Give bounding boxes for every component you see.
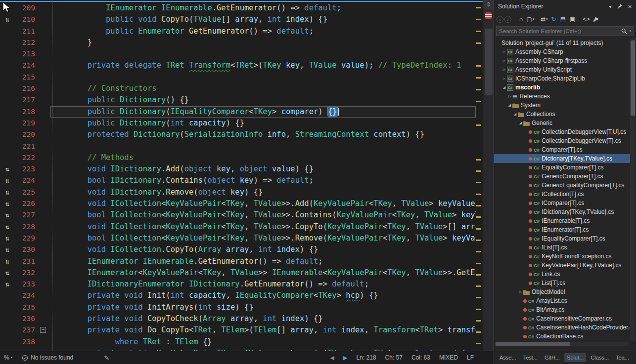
fold-margin[interactable] (38, 72, 50, 83)
implements-glyph-margin[interactable]: ⇅ (0, 187, 15, 198)
char-indicator[interactable]: Ch: 57 (385, 354, 403, 361)
chevron-down-icon[interactable]: ▾ (629, 29, 631, 33)
implements-glyph-margin[interactable] (0, 48, 15, 60)
implements-glyph-margin[interactable] (0, 94, 15, 106)
fold-margin[interactable] (38, 94, 50, 106)
line-number[interactable]: 210 (15, 14, 38, 25)
expander-open-icon[interactable]: ◢ (512, 112, 518, 116)
tree-item[interactable]: ▷ObjectModel (494, 287, 631, 296)
line-number[interactable]: 226 (15, 198, 38, 209)
implements-glyph-margin[interactable]: ⇅ (0, 163, 15, 175)
tree-item[interactable]: ◢Generic (494, 119, 631, 127)
implements-glyph-margin[interactable] (0, 60, 15, 71)
tree-item[interactable]: Solution 'project-gui' (11 of 11 project… (494, 39, 631, 47)
code-text[interactable]: void IDictionary.Add(object key, object … (50, 163, 476, 175)
tool-window-tab[interactable]: GitH... (542, 353, 562, 362)
tree-item[interactable]: ◢Collections (494, 110, 631, 119)
filter-button[interactable]: ⇄▾ (540, 15, 548, 24)
editor-scrollbar-thumb[interactable] (485, 29, 493, 95)
fold-margin[interactable] (38, 198, 50, 209)
line-number[interactable]: 236 (15, 313, 38, 324)
expander-closed-icon[interactable]: ▷ (501, 59, 507, 63)
code-text[interactable]: // Methods (50, 152, 476, 163)
line-number[interactable]: 235 (15, 302, 38, 313)
tree-item[interactable]: C#IEqualityComparer[T].cs (494, 234, 631, 243)
implements-glyph-margin[interactable] (0, 141, 15, 152)
line-number[interactable]: 238 (15, 336, 38, 348)
tree-item[interactable]: C#IList[T].cs (494, 243, 631, 252)
implements-glyph-margin[interactable] (0, 129, 15, 140)
fold-margin[interactable] (38, 60, 50, 71)
tree-item[interactable]: ◢System (494, 101, 631, 110)
implements-glyph-margin[interactable] (0, 106, 15, 118)
tree-item-selected[interactable]: C#Dictionary[TKey,TValue].cs (494, 154, 631, 163)
fold-margin[interactable] (38, 26, 50, 37)
implements-glyph-margin[interactable]: ⇅ (0, 221, 15, 233)
line-number[interactable]: 234 (15, 290, 38, 301)
split-editor-grip[interactable]: ⇕ (483, 0, 494, 9)
code-text[interactable]: bool ICollection<KeyValuePair<TKey, TVal… (50, 209, 476, 221)
tree-item[interactable]: C#KeyValuePair[TKey,TValue].cs (494, 261, 631, 270)
tree-item[interactable]: ▷C#Assembly-CSharp-firstpass (494, 56, 631, 65)
forward-button[interactable]: › (504, 16, 511, 23)
nav-back-button[interactable]: ◀ (330, 355, 334, 361)
line-number[interactable]: 233 (15, 279, 38, 290)
expander-closed-icon[interactable]: ▷ (507, 94, 512, 98)
code-text[interactable]: public Dictionary(int capacity) {} (50, 118, 476, 129)
tree-vertical-scrollbar[interactable] (630, 39, 636, 341)
line-number[interactable]: 213 (15, 48, 38, 60)
fold-margin[interactable] (38, 267, 50, 279)
fold-margin[interactable] (38, 37, 50, 48)
tree-item[interactable]: C#Comparer[T].cs (494, 145, 631, 154)
column-indicator[interactable]: Col: 63 (411, 354, 430, 361)
implements-glyph-margin[interactable] (0, 37, 15, 48)
code-text[interactable]: void ICollection<KeyValuePair<TKey, TVal… (50, 198, 476, 209)
implements-glyph-margin[interactable] (0, 313, 15, 324)
code-text[interactable]: void ICollection.CopyTo(Array array, int… (50, 244, 476, 255)
code-text[interactable]: bool IDictionary.Contains(object key) =>… (50, 175, 476, 186)
implements-glyph-margin[interactable]: ⇅ (0, 256, 15, 267)
line-number[interactable]: 237 (15, 324, 38, 336)
fold-margin[interactable]: − (38, 324, 50, 336)
code-text[interactable]: private delegate TRet Transform<TRet>(TK… (50, 60, 476, 71)
tree-item[interactable]: ▷C#ICSharpCode.SharpZipLib (494, 74, 631, 83)
implements-glyph-margin[interactable] (0, 72, 15, 83)
implements-glyph-margin[interactable]: ⇅ (0, 267, 15, 279)
line-number[interactable]: 217 (15, 94, 38, 106)
tree-item[interactable]: C#CollectionDebuggerView[T,U].cs (494, 127, 631, 136)
line-number[interactable]: 219 (15, 118, 38, 129)
line-number[interactable]: 209 (15, 2, 38, 14)
code-text[interactable]: public void CopyTo(TValue[] array, int i… (50, 14, 476, 25)
line-number[interactable]: 224 (15, 175, 38, 186)
code-text[interactable]: void IDictionary.Remove(object key) {} (50, 187, 476, 198)
code-text[interactable] (50, 141, 476, 152)
code-text[interactable] (50, 48, 476, 60)
code-text[interactable]: IEnumerator IEnumerable.GetEnumerator() … (50, 256, 476, 267)
switch-views-button[interactable]: ▢▾ (526, 15, 535, 24)
line-number[interactable]: 211 (15, 26, 38, 37)
code-text[interactable]: private void Init(int capacity, IEqualit… (50, 290, 476, 301)
code-text[interactable]: public Dictionary() {} (50, 94, 476, 106)
fold-margin[interactable] (38, 106, 50, 118)
expander-closed-icon[interactable]: ▷ (518, 290, 523, 294)
implements-glyph-margin[interactable]: ⇅ (0, 175, 15, 186)
line-number[interactable]: 216 (15, 83, 38, 94)
line-number[interactable]: 218 (15, 106, 38, 118)
code-text[interactable]: public Enumerator GetEnumerator() => def… (50, 26, 476, 37)
back-button[interactable]: ‹ (497, 16, 503, 23)
fold-margin[interactable] (38, 83, 50, 94)
solution-search-box[interactable]: Search Solution Explorer (Ctrl+;) ▾ (496, 26, 634, 36)
expander-closed-icon[interactable]: ▷ (501, 50, 507, 54)
implements-glyph-margin[interactable] (0, 324, 15, 336)
fold-margin[interactable] (38, 302, 50, 313)
implements-glyph-margin[interactable] (0, 118, 15, 129)
tree-item[interactable]: C#CaseInsensitiveComparer.cs (494, 314, 631, 323)
fold-margin[interactable] (38, 209, 50, 221)
code-text[interactable]: } (50, 37, 476, 48)
tool-window-tab[interactable]: Asse... (497, 353, 519, 362)
expander-closed-icon[interactable]: ▷ (501, 68, 507, 72)
fold-margin[interactable] (38, 175, 50, 186)
tree-item[interactable]: C#ArrayList.cs (494, 296, 631, 305)
collapse-all-button[interactable]: ▤ (559, 15, 567, 24)
implements-glyph-margin[interactable] (0, 336, 15, 348)
